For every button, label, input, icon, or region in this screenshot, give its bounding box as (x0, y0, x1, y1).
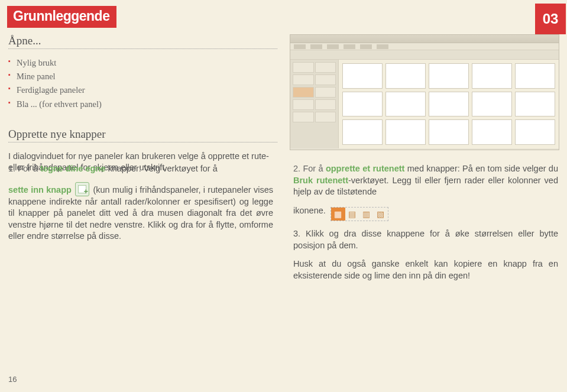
app-screenshot (290, 34, 559, 150)
step-3: 3. Klikk og dra disse knappene for å øke… (293, 228, 558, 251)
open-menu-list: Nylig brukt Mine panel Ferdiglagde panel… (8, 56, 277, 111)
step-2-para-1: 2. For å opprette et rutenett med knappe… (293, 163, 558, 198)
step-1-para-1: 1. For å tegne dine egne knapper: Velg v… (8, 163, 273, 175)
add-row-icon: ▤ (345, 208, 359, 221)
chapter-tab: Grunnleggende (7, 6, 116, 28)
list-item: Mine panel (8, 70, 277, 83)
step-2-para-2: ikonene. ▦ ▤ ▥ ▧ (293, 205, 558, 221)
page-badge: 03 (535, 4, 566, 34)
insert-button-icon (75, 182, 89, 196)
list-item: Ferdiglagde paneler (8, 83, 277, 97)
grid-icon: ▦ (331, 208, 345, 221)
page-number: 16 (8, 375, 17, 384)
remove-row-icon: ▥ (359, 208, 374, 221)
left-column: 1. For å tegne dine egne knapper: Velg v… (8, 163, 273, 289)
grid-tool-icons: ▦ ▤ ▥ ▧ (331, 207, 388, 221)
open-title: Åpne... (8, 34, 277, 49)
create-title: Opprette nye knapper (8, 128, 277, 142)
right-column: 2. For å opprette et rutenett med knappe… (293, 163, 558, 289)
tip-paragraph: Husk at du også ganske enkelt kan kopier… (293, 258, 558, 281)
list-item: Bla ... (for ethvert panel) (8, 98, 277, 111)
add-col-icon: ▧ (374, 208, 388, 221)
list-item: Nylig brukt (8, 56, 277, 70)
step-1-para-2: sette inn knapp (kun mulig i frihåndspan… (8, 182, 273, 242)
